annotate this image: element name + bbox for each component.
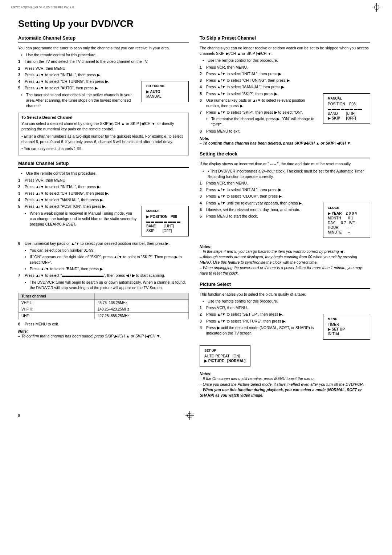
ch-tuning-screen: CH TUNING ▶ AUTO MANUAL bbox=[142, 79, 189, 104]
auto-step4-group: CH TUNING ▶ AUTO MANUAL 4 Press ▲/▼ to s… bbox=[18, 79, 189, 110]
right-column: To Skip a Preset Channel The channels yo… bbox=[200, 35, 370, 400]
table-row: VHF L: 45.75–138.25MHz bbox=[19, 300, 189, 306]
skip-step-5: 5 Press ▲/▼ to select "SKIP", then press… bbox=[200, 91, 319, 97]
auto-setup-bullet1: Use the remote control for this procedur… bbox=[18, 52, 189, 58]
clock-step-6: 6 Press MENU to start the clock. bbox=[200, 214, 319, 219]
manual-step-4: 4 Press ▲/▼ to select "MANUAL", then pre… bbox=[18, 197, 189, 203]
manual-step-2: 2 Press ▲/▼ to select "INITIAL", then pr… bbox=[18, 184, 189, 190]
manual-note-box: Note: – To confirm that a channel has be… bbox=[18, 329, 189, 339]
two-col-layout: Automatic Channel Setup You can programm… bbox=[18, 35, 374, 400]
skip-manual-screen: MANUAL POSITION P08 ▬▬▬▬▬▬▬▬ BAND [UHF] … bbox=[323, 91, 370, 126]
clock-screen: CLOCK ▶ YEAR 2 0 0 4 MONTH 0 1 DAY 0 7 W… bbox=[323, 200, 370, 240]
manual-step7-bullet: The DVD/VCR tuner will begin to search u… bbox=[18, 280, 189, 291]
setup-screen: SET UP AUTO REPEAT [ON] ▶ PICTURE [NORMA… bbox=[200, 345, 250, 366]
manual-step-6: 6 Use numerical key pads or ▲/▼ to selec… bbox=[18, 241, 189, 246]
picture-step-3: 3 Press ▲/▼ to select "PICTURE", then pr… bbox=[200, 319, 319, 324]
manual-weak-signal-bullet: When a weak signal is received in Manual… bbox=[18, 211, 138, 227]
skip-note-box: Note: – To confirm that a channel has be… bbox=[200, 136, 370, 146]
desired-channel-box: To Select a Desired Channel You can sele… bbox=[18, 113, 189, 155]
auto-scan-bullet: The tuner scans and memorises all the ac… bbox=[18, 92, 138, 109]
skip-step5-group: MANUAL POSITION P08 ▬▬▬▬▬▬▬▬ BAND [UHF] … bbox=[200, 91, 370, 129]
skip-step-6: 6 Use numerical key pads or ▲/▼ to selec… bbox=[200, 98, 319, 109]
tuner-table-header: Tuner channel bbox=[19, 293, 95, 300]
skip-intro: The channels you can no longer receive o… bbox=[200, 45, 370, 56]
desired-ch-text3: • You can only select channels 1-99. bbox=[21, 146, 185, 151]
section-automatic-channel-setup-header: Automatic Channel Setup bbox=[18, 35, 189, 42]
manual-setup-bullet1: Use the remote control for this procedur… bbox=[18, 171, 189, 176]
left-column: Automatic Channel Setup You can programm… bbox=[18, 35, 189, 400]
manual-step-7: 7 Press ▲/▼ to select "▬▬▬▬▬▬▬▬▬▬▬", the… bbox=[18, 273, 189, 278]
page-title: Setting Up your DVD/VCR bbox=[18, 18, 374, 29]
section-skip-preset-header: To Skip a Preset Channel bbox=[200, 35, 370, 42]
skip-step-7: 7 Press ▲/▼ to select "SKIP", then press… bbox=[200, 110, 319, 115]
clock-step-4: 4 Press ▲/▼ until the relevant year appe… bbox=[200, 200, 319, 206]
clock-intro1: If the display shows an incorrect time o… bbox=[200, 161, 370, 167]
skip-step-3: 3 Press ▲/▼ to select "CH TUNING", then … bbox=[200, 78, 370, 83]
manual-bullet-pos: You can select position number 01-99. bbox=[18, 248, 189, 253]
page-number: 8 bbox=[18, 413, 20, 418]
crosshair-bottom bbox=[185, 411, 194, 420]
clock-intro2: • This DVD/VCR incorporates a 24-hour cl… bbox=[200, 169, 370, 179]
auto-step-4: 4 Press ▲/▼ to select "CH TUNING", then … bbox=[18, 79, 138, 84]
manual-step-3: 3 Press ▲/▼ to select "CH TUNING", then … bbox=[18, 191, 189, 196]
picture-notes-box: Notes: – If the On screen menu still rem… bbox=[200, 372, 370, 398]
manual-step-8: 8 Press MENU to exit. bbox=[18, 321, 189, 327]
clock-step-3: 3 Press ▲/▼ to select "CLOCK", then pres… bbox=[200, 194, 370, 199]
clock-step4-group: CLOCK ▶ YEAR 2 0 0 4 MONTH 0 1 DAY 0 7 W… bbox=[200, 200, 370, 242]
auto-step-5: 5 Press ▲/▼ to select "AUTO", then press… bbox=[18, 85, 138, 91]
skip-step-2: 2 Press ▲/▼ to select "INITIAL", then pr… bbox=[200, 71, 370, 77]
desired-ch-text1: You can select a desired channel by usin… bbox=[21, 121, 185, 132]
picture-intro: This function enables you to select the … bbox=[200, 292, 370, 297]
manual-step-1: 1 Press VCR, then MENU. bbox=[18, 178, 189, 183]
section-clock-header: Setting the clock bbox=[200, 151, 370, 158]
main-content: Setting Up your DVD/VCR Automatic Channe… bbox=[0, 13, 392, 408]
manual-bullet-skip: If "ON" appears on the right side of "SK… bbox=[18, 254, 189, 265]
skip-step-1: 1 Press VCR, then MENU. bbox=[200, 65, 370, 70]
clock-step-1: 1 Press VCR, then MENU. bbox=[200, 181, 370, 186]
auto-step-2: 2 Press VCR, then MENU. bbox=[18, 66, 189, 71]
crosshair-top bbox=[372, 3, 381, 12]
auto-setup-intro: You can programme the tuner to scan only… bbox=[18, 45, 189, 51]
skip-step-4: 4 Press ▲/▼ to select "MANUAL", then pre… bbox=[200, 84, 370, 90]
section-picture-select-header: Picture Select bbox=[200, 281, 370, 289]
page-container: H9723AD(EN).qx3 04.6.25 3:28 PM Page 8 S… bbox=[0, 0, 392, 555]
top-bar: H9723AD(EN).qx3 04.6.25 3:28 PM Page 8 bbox=[0, 0, 392, 13]
clock-step-2: 2 Press ▲/▼ to select "INITIAL", then pr… bbox=[200, 187, 370, 193]
auto-step-3: 3 Press ▲/▼ to select "INITIAL", then pr… bbox=[18, 72, 189, 78]
tuner-table: Tuner channel VHF L: 45.75–138.25MHz VHF… bbox=[18, 293, 189, 319]
manual-step5-group: MANUAL ▶ POSITION P08 ▬▬▬▬▬▬▬▬ BAND [UHF… bbox=[18, 204, 189, 241]
section-manual-channel-setup-header: Manual Channel Setup bbox=[18, 161, 189, 168]
table-row: UHF: 427.25–855.25MHz bbox=[19, 313, 189, 319]
picture-bullet1: Use the remote control for this procedur… bbox=[200, 299, 370, 304]
file-ref: H9723AD(EN).qx3 04.6.25 3:28 PM Page 8 bbox=[11, 5, 74, 9]
picture-step2-group: MENU TIMER ▶ SET UP INITIAL 2 Press ▲/▼ … bbox=[200, 312, 370, 344]
picture-step-4: 4 Press ▶ until the desired mode (NORMAL… bbox=[200, 325, 319, 336]
picture-step-2: 2 Press ▲/▼ to select "SET UP", then pre… bbox=[200, 312, 319, 317]
picture-step-1: 1 Press VCR, then MENU. bbox=[200, 305, 370, 311]
table-row: VHF H: 140.25–423.25MHz bbox=[19, 306, 189, 313]
manual-screen: MANUAL ▶ POSITION P08 ▬▬▬▬▬▬▬▬ BAND [UHF… bbox=[142, 204, 189, 239]
skip-step-8: 8 Press MENU to exit. bbox=[200, 129, 370, 134]
skip-bullet1: Use the remote control for this procedur… bbox=[200, 58, 370, 63]
auto-step-1: 1 Turn on the TV and select the TV chann… bbox=[18, 59, 189, 64]
clock-notes-box: Notes: – In the steps 4 and 5, you can g… bbox=[200, 244, 370, 276]
desired-ch-text2: • Enter a channel numbers as a two-digit… bbox=[21, 134, 185, 145]
clock-step-5: 5 Likewise, set the relevant month, day,… bbox=[200, 207, 319, 212]
manual-step-5: 5 Press ▲/▼ to select "POSITION", then p… bbox=[18, 204, 138, 209]
skip-step7-bullet: To memorise the channel again, press ▶. … bbox=[200, 116, 319, 127]
manual-bullet-band: Press ▲/▼ to select "BAND", then press ▶… bbox=[18, 266, 189, 272]
menu-screen: MENU TIMER ▶ SET UP INITIAL bbox=[323, 312, 370, 342]
